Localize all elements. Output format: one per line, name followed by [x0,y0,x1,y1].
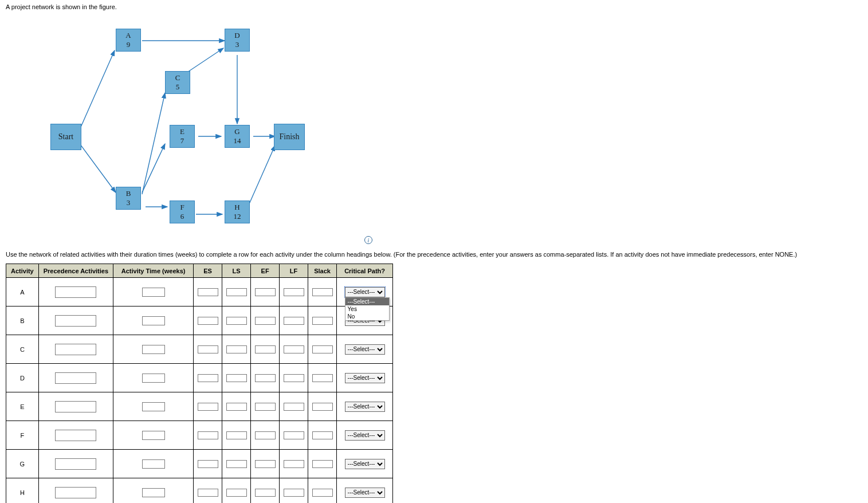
cell-activity: B [6,306,39,335]
lf-input[interactable] [284,374,304,382]
lf-input[interactable] [284,317,304,325]
node-finish-label: Finish [279,132,299,142]
table-row: A---Select---YesNo---Select---YesNo [6,278,393,306]
es-input[interactable] [198,489,218,497]
node-d-letter: D [234,31,239,40]
node-f-letter: F [180,203,184,212]
activity-time-input[interactable] [142,345,165,354]
node-c: C 5 [165,71,190,94]
ls-input[interactable] [226,317,247,325]
activity-table: Activity Precedence Activities Activity … [6,264,393,503]
ls-input[interactable] [226,460,247,468]
table-row: E---Select---YesNo [6,392,393,421]
node-h: H 12 [225,201,250,223]
es-input[interactable] [198,345,218,353]
lf-input[interactable] [284,460,304,468]
lf-input[interactable] [284,288,304,296]
ef-input[interactable] [255,403,276,411]
slack-input[interactable] [312,345,333,353]
critical-path-select[interactable]: ---Select---YesNo [345,373,385,383]
slack-input[interactable] [312,317,333,325]
es-input[interactable] [198,374,218,382]
activity-time-input[interactable] [142,488,165,497]
activity-time-input[interactable] [142,402,165,411]
activity-time-input[interactable] [142,316,165,325]
node-h-letter: H [234,203,239,212]
node-g-letter: G [234,127,239,136]
precedence-input[interactable] [55,344,96,355]
info-icon[interactable]: i [364,236,372,244]
ef-input[interactable] [255,460,276,468]
ef-input[interactable] [255,431,276,439]
ls-input[interactable] [226,345,247,353]
ef-input[interactable] [255,288,276,296]
node-d-duration: 3 [235,40,239,49]
lf-input[interactable] [284,403,304,411]
dropdown-option[interactable]: No [345,313,389,320]
activity-time-input[interactable] [142,288,165,297]
ls-input[interactable] [226,288,247,296]
instructions-text: Use the network of related activities wi… [6,251,863,258]
node-g: G 14 [225,125,250,148]
node-h-duration: 12 [234,212,241,221]
node-c-letter: C [175,73,180,82]
precedence-input[interactable] [55,430,96,441]
critical-path-dropdown-panel: ---Select---YesNo [345,297,390,321]
node-g-duration: 14 [234,136,241,146]
th-precedence: Precedence Activities [38,264,113,278]
project-network-diagram: Start Finish A 9 D 3 C 5 E 7 G 14 B 3 [50,15,371,244]
lf-input[interactable] [284,431,304,439]
ls-input[interactable] [226,431,247,439]
precedence-input[interactable] [55,315,96,327]
critical-path-select[interactable]: ---Select---YesNo [345,402,385,412]
precedence-input[interactable] [55,286,96,298]
intro-text: A project network is shown in the figure… [6,3,863,10]
slack-input[interactable] [312,374,333,382]
es-input[interactable] [198,460,218,468]
lf-input[interactable] [284,489,304,497]
ef-input[interactable] [255,374,276,382]
dropdown-option[interactable]: Yes [345,305,389,313]
th-critical: Critical Path? [337,264,393,278]
ls-input[interactable] [226,489,247,497]
ls-input[interactable] [226,403,247,411]
es-input[interactable] [198,288,218,296]
node-f: F 6 [170,201,195,223]
cell-activity: C [6,335,39,364]
cell-activity: G [6,450,39,478]
critical-path-select[interactable]: ---Select---YesNo [345,344,385,355]
critical-path-select[interactable]: ---Select---YesNo [345,430,385,441]
slack-input[interactable] [312,288,333,296]
critical-path-select[interactable]: ---Select---YesNo [345,287,385,297]
th-ef: EF [251,264,280,278]
precedence-input[interactable] [55,487,96,498]
critical-path-select[interactable]: ---Select---YesNo [345,488,385,498]
slack-input[interactable] [312,460,333,468]
cell-activity: H [6,478,39,504]
ef-input[interactable] [255,317,276,325]
th-es: ES [194,264,222,278]
ef-input[interactable] [255,489,276,497]
svg-line-1 [80,144,116,192]
ef-input[interactable] [255,345,276,353]
slack-input[interactable] [312,431,333,439]
table-row: C---Select---YesNo [6,335,393,364]
node-a: A 9 [116,29,141,52]
ls-input[interactable] [226,374,247,382]
es-input[interactable] [198,403,218,411]
slack-input[interactable] [312,489,333,497]
cell-activity: E [6,392,39,421]
es-input[interactable] [198,431,218,439]
precedence-input[interactable] [55,372,96,384]
precedence-input[interactable] [55,458,96,470]
activity-time-input[interactable] [142,431,165,440]
precedence-input[interactable] [55,401,96,412]
critical-path-select[interactable]: ---Select---YesNo [345,459,385,469]
node-e: E 7 [170,125,195,148]
slack-input[interactable] [312,403,333,411]
lf-input[interactable] [284,345,304,353]
activity-time-input[interactable] [142,374,165,383]
activity-time-input[interactable] [142,459,165,469]
es-input[interactable] [198,317,218,325]
dropdown-option[interactable]: ---Select--- [345,298,389,305]
